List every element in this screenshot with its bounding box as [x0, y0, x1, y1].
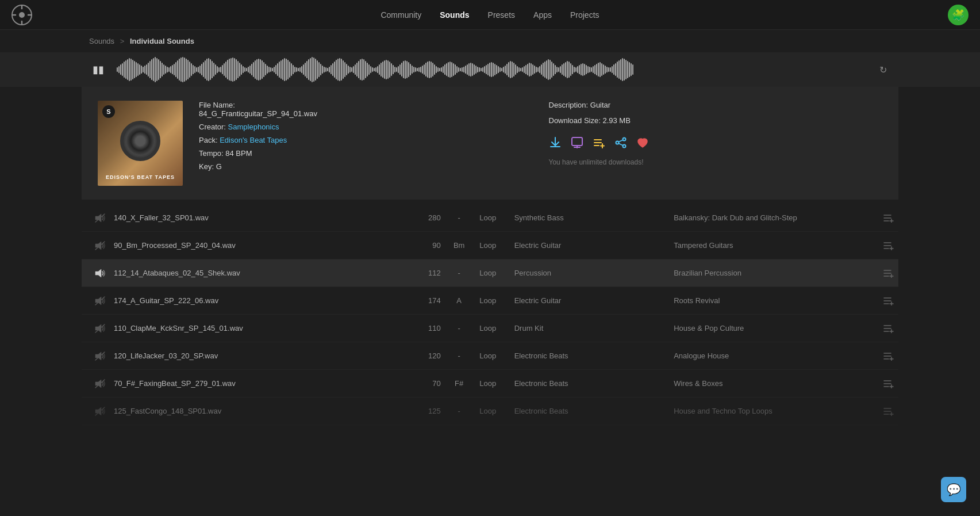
waveform-bar-segment — [584, 64, 585, 75]
tape-reel — [120, 121, 160, 161]
waveform-bar-segment — [217, 66, 218, 73]
sound-type: Loop — [471, 296, 505, 305]
sound-instrument: Electric Guitar — [505, 241, 674, 250]
refresh-button[interactable]: ↻ — [875, 62, 891, 78]
speaker-icon — [86, 379, 114, 388]
waveform-bar-segment — [146, 64, 147, 75]
waveform-bar-segment — [301, 66, 302, 73]
waveform-bar-segment — [381, 63, 382, 77]
waveform-bar-segment — [262, 60, 263, 79]
waveform-bar-segment — [329, 67, 330, 72]
pack-value[interactable]: Edison's Beat Tapes — [220, 136, 287, 144]
sound-list-item[interactable]: 174_A_Guitar_SP_222_06.wav 174 A Loop El… — [82, 287, 898, 315]
add-to-playlist-button[interactable] — [593, 136, 605, 149]
user-avatar[interactable]: 🧩 — [948, 5, 969, 25]
speaker-icon — [86, 324, 114, 333]
waveform-bar-segment — [541, 64, 542, 75]
download-button[interactable] — [549, 136, 562, 149]
waveform-bar-segment — [529, 63, 530, 77]
waveform-bar-segment — [487, 64, 489, 75]
waveform-bar-segment — [125, 60, 126, 79]
waveform-bar-segment — [296, 67, 297, 72]
speaker-icon — [86, 241, 114, 250]
sound-list-item[interactable]: 112_14_Atabaques_02_45_Shek.wav 112 - Lo… — [82, 259, 898, 287]
waveform-bar-segment — [130, 59, 132, 81]
waveform-bar-segment — [568, 62, 570, 78]
add-to-library-button[interactable] — [571, 136, 583, 149]
sound-list-item[interactable]: 140_X_Faller_32_SP01.wav 280 - Loop Synt… — [82, 204, 898, 232]
waveform-bar-segment — [413, 67, 414, 72]
waveform-bar-segment — [205, 60, 206, 79]
waveform-bar-segment — [441, 67, 442, 72]
waveform-bar-segment — [298, 68, 299, 71]
nav-community[interactable]: Community — [381, 10, 421, 20]
sound-list-item[interactable]: 120_LifeJacker_03_20_SP.wav 120 - Loop E… — [82, 342, 898, 370]
sound-key: - — [448, 351, 471, 360]
creator-value[interactable]: Samplephonics — [228, 123, 279, 131]
waveform-bar-segment — [225, 62, 226, 78]
sound-list-item[interactable]: 125_FastCongo_148_SP01.wav 125 - Loop El… — [82, 397, 898, 425]
nav-presets[interactable]: Presets — [488, 10, 515, 20]
add-to-playlist-icon[interactable] — [873, 213, 894, 223]
waveform-bar-segment — [565, 62, 566, 77]
waveform-bar-segment — [465, 66, 466, 74]
sound-list-item[interactable]: 90_Bm_Processed_SP_240_04.wav 90 Bm Loop… — [82, 232, 898, 259]
creator-label: Creator: — [199, 123, 226, 131]
chat-bubble[interactable]: 💬 — [941, 477, 966, 502]
waveform-bar-segment — [139, 64, 140, 75]
add-to-playlist-icon[interactable] — [873, 324, 894, 333]
waveform-bar-segment — [199, 66, 201, 74]
nav-sounds[interactable]: Sounds — [440, 10, 469, 20]
sound-pack: House & Pop Culture — [674, 324, 873, 332]
waveform-bar-segment — [255, 60, 256, 79]
pause-button[interactable]: ▮▮ — [89, 60, 107, 79]
waveform-bar-segment — [203, 62, 204, 77]
waveform-bar-segment — [153, 58, 154, 81]
download-size-row: Download Size: 2.93 MB — [549, 116, 883, 125]
waveform-bar-segment — [358, 61, 359, 78]
key-row: Key: G — [199, 162, 533, 171]
nav-projects[interactable]: Projects — [570, 10, 599, 20]
add-to-playlist-icon[interactable] — [873, 407, 894, 416]
waveform-bar-segment — [351, 67, 352, 72]
sound-key: Bm — [448, 241, 471, 250]
waveform-bar-segment — [503, 67, 504, 72]
waveform-bar-segment — [393, 65, 394, 74]
waveform-bar-segment — [537, 67, 539, 72]
waveform-bar-segment — [179, 59, 180, 81]
sound-list-item[interactable]: 70_F#_FaxingBeat_SP_279_01.wav 70 F# Loo… — [82, 370, 898, 397]
add-to-playlist-icon[interactable] — [873, 241, 894, 250]
share-button[interactable] — [614, 136, 627, 149]
waveform-bar-segment — [517, 66, 518, 73]
sound-pack: Balkansky: Dark Dub and Glitch-Step — [674, 213, 873, 222]
add-to-playlist-icon[interactable] — [873, 296, 894, 305]
app-logo[interactable] — [11, 5, 32, 25]
svg-line-15 — [618, 140, 623, 142]
waveform-bar-segment — [629, 62, 630, 77]
waveform-bar-segment — [489, 63, 490, 77]
waveform-bar-segment — [386, 60, 387, 79]
add-to-playlist-icon[interactable] — [873, 379, 894, 388]
waveform-visual[interactable] — [117, 57, 866, 82]
waveform-bar-segment — [415, 67, 416, 72]
waveform-bar-segment — [241, 64, 242, 75]
speaker-icon — [86, 269, 114, 278]
sound-pack: House and Techno Top Loops — [674, 407, 873, 415]
waveform-bar-segment — [422, 66, 423, 74]
breadcrumb-parent[interactable]: Sounds — [89, 37, 114, 45]
waveform-bar-segment — [598, 63, 599, 77]
add-to-playlist-icon[interactable] — [873, 269, 894, 278]
waveform-bar-segment — [618, 60, 620, 79]
add-to-playlist-icon[interactable] — [873, 351, 894, 361]
sound-list-item[interactable]: 110_ClapMe_KckSnr_SP_145_01.wav 110 - Lo… — [82, 315, 898, 342]
waveform-bar-segment — [501, 68, 502, 71]
nav-apps[interactable]: Apps — [533, 10, 552, 20]
waveform-bar-segment — [305, 63, 306, 77]
svg-marker-31 — [95, 269, 101, 277]
sound-key: - — [448, 324, 471, 332]
favorite-button[interactable] — [636, 136, 649, 149]
waveform-bar-segment — [267, 66, 268, 74]
waveform-bar-segment — [444, 64, 445, 75]
waveform-bar-segment — [151, 59, 152, 80]
waveform-bar-segment — [398, 66, 399, 73]
